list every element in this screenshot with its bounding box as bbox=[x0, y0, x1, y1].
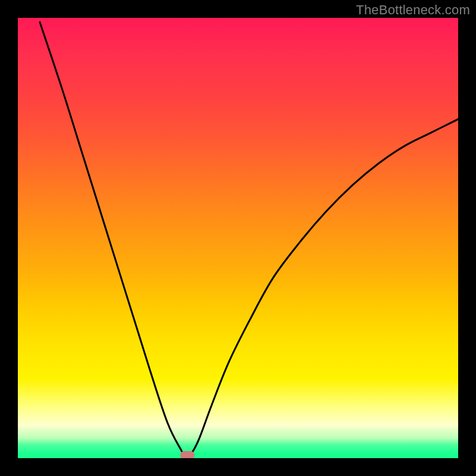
chart-frame: TheBottleneck.com bbox=[0, 0, 476, 476]
plot-area bbox=[18, 18, 458, 458]
gradient-background bbox=[18, 18, 458, 458]
watermark-text: TheBottleneck.com bbox=[356, 2, 470, 18]
optimal-point-marker bbox=[180, 451, 195, 458]
